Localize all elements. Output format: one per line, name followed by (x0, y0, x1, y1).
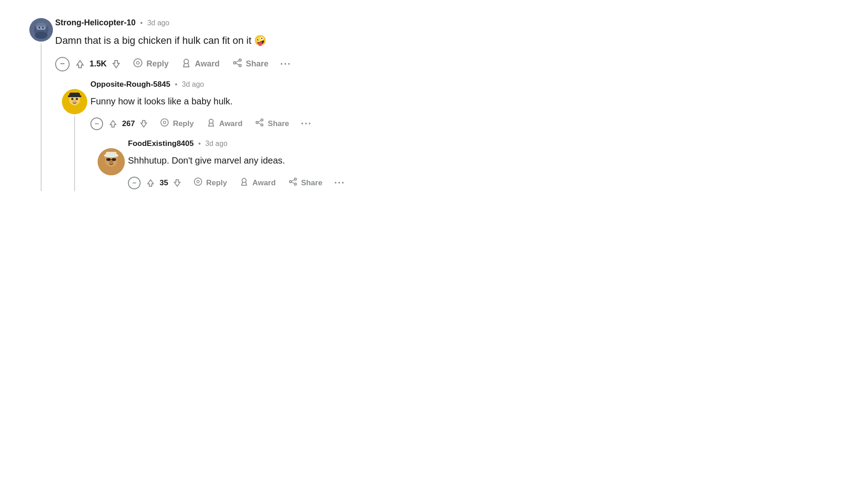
upvote-btn-1[interactable] (73, 57, 87, 71)
action-bar-2: − 267 (90, 115, 615, 132)
vote-count-1: 1.5K (90, 59, 107, 69)
award-btn-1[interactable]: Award (177, 55, 224, 73)
reply-btn-3[interactable]: Reply (189, 174, 231, 191)
svg-point-28 (261, 119, 264, 121)
reply-label-3: Reply (206, 178, 227, 188)
svg-point-9 (137, 61, 139, 64)
share-btn-1[interactable]: Share (228, 55, 273, 73)
timestamp-1: 3d ago (147, 19, 170, 27)
comment-1-content: Strong-Helicopter-10 • 3d ago Damn that … (55, 18, 615, 191)
svg-line-31 (258, 121, 261, 122)
svg-rect-24 (68, 95, 81, 97)
svg-line-32 (258, 123, 261, 124)
comment-2-left (59, 80, 90, 191)
timestamp-3: 3d ago (205, 140, 227, 148)
award-icon-2 (207, 118, 216, 129)
award-label-1: Award (195, 59, 220, 69)
svg-point-7 (42, 27, 44, 28)
downvote-btn-3[interactable] (171, 177, 184, 189)
svg-rect-40 (106, 158, 110, 161)
svg-point-13 (239, 65, 241, 67)
collapse-btn-3[interactable]: − (128, 177, 141, 189)
award-icon-3 (240, 177, 249, 188)
avatar-3 (98, 148, 125, 175)
reply-btn-1[interactable]: Reply (128, 55, 173, 73)
avatar-2 (62, 89, 87, 114)
svg-point-8 (134, 59, 142, 67)
share-btn-2[interactable]: Share (250, 115, 293, 132)
username-2: Opposite-Rough-5845 (90, 80, 170, 89)
svg-point-21 (76, 98, 78, 100)
more-btn-2[interactable]: ··· (297, 116, 316, 131)
comment-1-header: Strong-Helicopter-10 • 3d ago (55, 18, 615, 28)
svg-rect-5 (37, 26, 46, 30)
reply-label-2: Reply (173, 119, 193, 128)
svg-point-29 (256, 122, 259, 124)
vote-section-1: 1.5K (73, 57, 123, 71)
comment-1-container: Strong-Helicopter-10 • 3d ago Damn that … (27, 18, 615, 191)
share-label-3: Share (301, 178, 322, 188)
svg-point-48 (294, 178, 297, 180)
reply-icon-2 (160, 118, 169, 129)
reply-label-1: Reply (146, 59, 169, 69)
thread-line-2 (74, 116, 75, 191)
username-1: Strong-Helicopter-10 (55, 18, 136, 28)
svg-point-22 (73, 100, 76, 103)
action-bar-3: − 35 (128, 174, 615, 191)
svg-point-12 (233, 62, 236, 64)
comment-text-1: Damn that is a big chicken if hulk can f… (55, 33, 615, 48)
share-icon-2 (255, 118, 264, 129)
comment-3-header: FoodExisting8405 • 3d ago (128, 139, 615, 148)
svg-point-46 (197, 180, 199, 183)
action-bar-1: − 1.5K (55, 55, 615, 73)
svg-point-47 (242, 178, 246, 183)
comment-2-content: Opposite-Rough-5845 • 3d ago Funny how i… (90, 80, 615, 191)
share-btn-3[interactable]: Share (284, 174, 327, 191)
svg-point-25 (161, 119, 168, 126)
comment-3-left (94, 139, 128, 191)
downvote-btn-2[interactable] (137, 117, 150, 130)
svg-point-30 (261, 124, 264, 126)
collapse-btn-2[interactable]: − (90, 117, 103, 130)
share-label-1: Share (246, 59, 269, 69)
share-icon-1 (232, 58, 242, 70)
svg-point-6 (38, 27, 40, 28)
award-btn-2[interactable]: Award (202, 115, 247, 132)
svg-point-10 (184, 59, 189, 64)
svg-rect-41 (112, 158, 116, 161)
share-icon-3 (288, 177, 297, 188)
comment-2-wrapper: Opposite-Rough-5845 • 3d ago Funny how i… (59, 80, 615, 191)
vote-section-2: 267 (107, 117, 150, 130)
svg-line-15 (236, 63, 239, 65)
more-btn-3[interactable]: ··· (330, 175, 349, 191)
thread-line-1 (41, 43, 42, 191)
comment-text-2: Funny how it looks like a baby hulk. (90, 94, 615, 108)
svg-line-51 (291, 180, 294, 181)
svg-point-20 (71, 98, 74, 100)
collapse-btn-1[interactable]: − (55, 57, 70, 71)
upvote-btn-2[interactable] (107, 117, 119, 130)
vote-count-3: 35 (160, 178, 168, 188)
svg-line-14 (236, 61, 239, 63)
comment-thread: Strong-Helicopter-10 • 3d ago Damn that … (27, 18, 615, 191)
upvote-btn-3[interactable] (144, 177, 157, 189)
svg-rect-44 (106, 152, 117, 156)
svg-point-50 (294, 183, 297, 185)
award-btn-3[interactable]: Award (235, 174, 280, 191)
comment-1-left (27, 18, 55, 191)
reply-icon-1 (133, 58, 143, 70)
svg-point-11 (239, 59, 241, 61)
avatar-1 (29, 18, 53, 42)
award-label-3: Award (252, 178, 276, 188)
downvote-btn-1[interactable] (109, 57, 123, 71)
timestamp-2: 3d ago (182, 80, 204, 89)
vote-section-3: 35 (144, 177, 184, 189)
comment-2-header: Opposite-Rough-5845 • 3d ago (90, 80, 615, 89)
svg-point-27 (209, 119, 213, 123)
reply-btn-2[interactable]: Reply (156, 115, 198, 132)
share-label-2: Share (268, 119, 289, 128)
svg-point-45 (194, 178, 202, 185)
more-btn-1[interactable]: ··· (277, 56, 295, 72)
svg-point-3 (35, 32, 47, 39)
vote-count-2: 267 (122, 119, 135, 128)
